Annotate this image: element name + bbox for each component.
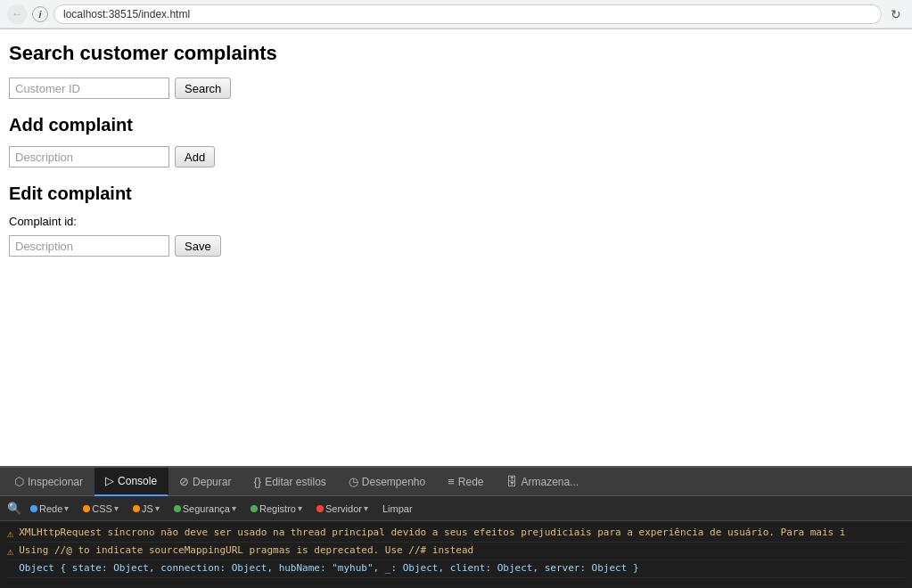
console-line-1: ⚠ XMLHttpRequest síncrono não deve ser u… [7, 525, 905, 543]
rede-dot [30, 505, 37, 512]
page-content: Search customer complaints Search Add co… [0, 29, 912, 466]
save-button[interactable]: Save [175, 235, 221, 257]
filter-servidor[interactable]: Servidor [311, 500, 374, 518]
back-button[interactable]: ← [7, 4, 27, 24]
inspecionar-icon: ⬡ [14, 475, 24, 488]
tab-console[interactable]: ▷ Console [94, 468, 168, 496]
seguranca-dot [174, 505, 181, 512]
search-form-row: Search [9, 78, 903, 99]
edit-title: Edit complaint [9, 184, 903, 204]
console-line-2: ⚠ Using //@ to indicate sourceMappingURL… [7, 543, 905, 560]
warning-icon-2: ⚠ [7, 545, 13, 558]
customer-id-input[interactable] [9, 78, 169, 99]
console-line-3: ⚠ Object { state: Object, connection: Ob… [7, 560, 905, 578]
placeholder-icon-3: ⚠ [7, 563, 13, 576]
servidor-dot [316, 505, 324, 512]
search-title: Search customer complaints [9, 42, 903, 65]
add-section: Add complaint Add [9, 115, 903, 167]
tab-depurar[interactable]: ⊘ Depurar [168, 468, 242, 496]
add-form-row: Add [9, 146, 903, 167]
devtools-filter-bar: 🔍 Rede CSS JS Segurança Registro Servido… [0, 496, 912, 521]
add-button[interactable]: Add [175, 146, 215, 167]
browser-chrome: ← i localhost:38515/index.html ↻ [0, 0, 912, 29]
tab-desempenho[interactable]: ◷ Desempenho [338, 468, 437, 496]
limpar-button[interactable]: Limpar [382, 503, 413, 514]
complaint-id-label: Complaint id: [9, 215, 903, 228]
editar-icon: {} [253, 475, 261, 488]
devtools-tabs: ⬡ Inspecionar ▷ Console ⊘ Depurar {} Edi… [0, 468, 912, 496]
browser-toolbar: ← i localhost:38515/index.html ↻ [0, 0, 912, 29]
filter-registro[interactable]: Registro [245, 500, 308, 518]
depurar-icon: ⊘ [179, 475, 189, 488]
search-button[interactable]: Search [175, 78, 231, 99]
info-button[interactable]: i [32, 6, 48, 22]
rede-icon: ≡ [448, 475, 455, 488]
filter-js[interactable]: JS [127, 500, 165, 518]
desempenho-icon: ◷ [349, 475, 358, 488]
refresh-button[interactable]: ↻ [887, 5, 905, 23]
address-bar: localhost:38515/index.html [53, 4, 882, 24]
tab-rede[interactable]: ≡ Rede [437, 468, 495, 496]
filter-rede[interactable]: Rede [25, 500, 74, 518]
tab-editar-estilos[interactable]: {} Editar estilos [242, 468, 337, 496]
css-dot [83, 505, 90, 512]
filter-css[interactable]: CSS [78, 500, 124, 518]
tab-inspecionar[interactable]: ⬡ Inspecionar [4, 468, 94, 496]
warning-icon-1: ⚠ [7, 527, 13, 540]
add-description-input[interactable] [9, 146, 169, 167]
edit-description-input[interactable] [9, 235, 169, 257]
filter-seguranca[interactable]: Segurança [168, 500, 242, 518]
devtools-console: ⚠ XMLHttpRequest síncrono não deve ser u… [0, 521, 912, 588]
url-text: localhost:38515/index.html [63, 8, 190, 20]
devtools-panel: ⬡ Inspecionar ▷ Console ⊘ Depurar {} Edi… [0, 466, 912, 588]
console-text-3: Object { state: Object, connection: Obje… [19, 562, 905, 574]
edit-form-row: Save [9, 235, 903, 257]
registro-dot [251, 505, 258, 512]
console-text-1: XMLHttpRequest síncrono não deve ser usa… [19, 527, 905, 538]
add-title: Add complaint [9, 115, 903, 135]
filter-search-icon: 🔍 [7, 502, 21, 515]
armazena-icon: 🗄 [506, 475, 518, 488]
search-section: Search customer complaints Search [9, 42, 903, 99]
tab-armazena[interactable]: 🗄 Armazena... [496, 468, 591, 496]
console-text-2: Using //@ to indicate sourceMappingURL p… [19, 544, 905, 556]
console-icon: ▷ [105, 474, 114, 487]
js-dot [133, 505, 140, 512]
edit-section: Edit complaint Complaint id: Save [9, 184, 903, 257]
